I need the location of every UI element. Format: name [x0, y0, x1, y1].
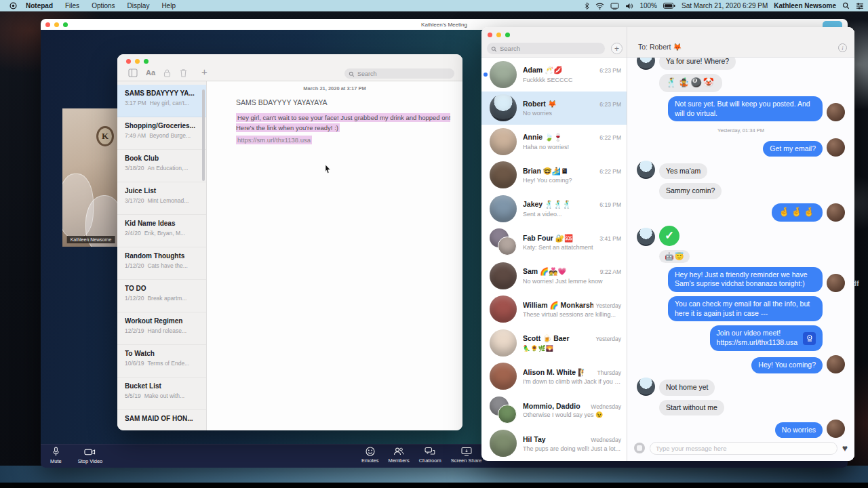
- chatroom-button[interactable]: Chatroom: [419, 447, 441, 464]
- menu-app-name[interactable]: Notepad: [20, 2, 59, 9]
- avatar: [827, 203, 845, 222]
- avatar: [490, 363, 517, 390]
- zoom-button[interactable]: [505, 33, 510, 37]
- menu-help[interactable]: Help: [155, 2, 182, 9]
- note-editor[interactable]: March 21, 2020 at 3:17 PM SAMS BDAYYYY Y…: [207, 81, 462, 430]
- close-button[interactable]: [126, 59, 131, 64]
- message-input-bar: ♥: [627, 440, 854, 461]
- note-list-item[interactable]: Random Thoughts 1/12/20Cats have the...: [117, 247, 206, 280]
- avatar: [827, 103, 845, 121]
- message-bubble: 🤞🤞🤞: [772, 203, 823, 222]
- battery-percent: 100%: [639, 2, 657, 9]
- conversation-row-selected[interactable]: Robert 🦊6:23 PMNo worries: [481, 92, 627, 125]
- search-input[interactable]: [357, 70, 450, 77]
- avatar: [827, 420, 845, 438]
- search-icon: [349, 68, 355, 80]
- lock-icon[interactable]: [163, 68, 171, 80]
- search-input[interactable]: [500, 45, 601, 52]
- menu-options[interactable]: Options: [85, 2, 121, 9]
- notes-search-field[interactable]: [344, 68, 454, 79]
- wifi-icon[interactable]: [595, 3, 604, 9]
- note-body: Hey girl, can't wait to see your face! J…: [236, 113, 460, 133]
- conversation-row[interactable]: Sam 🌈💑💗9:22 AMNo worries! Just lemme kno…: [481, 259, 627, 293]
- menu-files[interactable]: Files: [59, 2, 85, 9]
- conversation-row[interactable]: Fab Four 🔐🆘3:41 PMKaty: Sent an attatchm…: [481, 226, 627, 260]
- messages-search-field[interactable]: [487, 43, 605, 54]
- traffic-lights: [488, 33, 510, 37]
- conversation-row[interactable]: Scott 🍺 BaerYesterday🦜🌻🌿🌄: [481, 326, 627, 360]
- display-mirroring-icon[interactable]: [610, 3, 619, 9]
- checkmark-sticker: ✓: [659, 226, 679, 246]
- unread-dot: [484, 73, 488, 77]
- note-list-item[interactable]: Juice List 3/17/20Mint Lemonad...: [117, 182, 206, 215]
- conversation-pane: + Adam 🥂💋6:23 PMFuckkkk SECCCC Robert 🦊6…: [481, 27, 627, 461]
- note-list-item[interactable]: Bucket List 5/5/19Make out with...: [117, 378, 206, 410]
- people-icon: [393, 447, 404, 456]
- conversation-row[interactable]: Mommio, DaddioWednesdayOtherwise I would…: [481, 393, 627, 427]
- note-list-item[interactable]: SAMS BDAYYYY YA... 3:17 PMHey girl, can'…: [117, 85, 206, 117]
- emoji-tapback: 🤖😇: [659, 250, 690, 263]
- conversation-row[interactable]: Brian 🤓🏄🖥6:22 PMHey! You coming?: [481, 159, 627, 192]
- video-link-bubble[interactable]: Join our video meet!https://sm.url/thx11…: [710, 325, 823, 350]
- new-message-button[interactable]: +: [611, 43, 623, 54]
- compose-to-label: To: Robert 🦊: [638, 43, 682, 52]
- volume-icon[interactable]: [625, 3, 633, 9]
- message-bubble: Get my email?: [763, 141, 823, 157]
- message-bubble: No worries: [775, 422, 823, 439]
- zoom-button[interactable]: [63, 22, 68, 27]
- minimize-button[interactable]: [135, 59, 140, 64]
- conversation-row[interactable]: Adam 🥂💋6:23 PMFuckkkk SECCCC: [481, 58, 627, 92]
- minimize-button[interactable]: [496, 33, 501, 37]
- imessage-apps-icon[interactable]: [634, 443, 645, 453]
- mute-button[interactable]: Mute: [50, 447, 62, 464]
- apple-menu-icon[interactable]: [9, 2, 17, 9]
- conversation-row[interactable]: William 🌈 MonkarshYesterdayThese virtual…: [481, 293, 627, 327]
- wallpaper-bottom-band: [0, 466, 868, 483]
- members-button[interactable]: Members: [388, 447, 409, 464]
- message-bubble: Sammy comin?: [659, 183, 722, 199]
- avatar: [827, 355, 845, 373]
- trash-icon[interactable]: [180, 68, 187, 80]
- conversation-row[interactable]: Jakey 🕺🕺🕺6:19 PMSent a video...: [481, 192, 627, 226]
- spotlight-search-icon[interactable]: [842, 2, 850, 9]
- webcam-icon: [803, 332, 816, 345]
- video-camera-icon: [84, 447, 96, 457]
- heart-icon[interactable]: ♥: [842, 443, 848, 453]
- avatar: [490, 430, 517, 457]
- stop-video-button[interactable]: Stop Video: [78, 447, 103, 464]
- close-button[interactable]: [45, 22, 50, 27]
- avatar: [490, 329, 517, 357]
- note-list-item[interactable]: Workout Regimen 12/2/19Hand release...: [117, 312, 206, 345]
- close-button[interactable]: [488, 33, 492, 37]
- zoom-button[interactable]: [144, 59, 149, 64]
- conversation-row[interactable]: Hil TayWednesdayThe pups are doing well!…: [481, 427, 627, 461]
- minimize-button[interactable]: [54, 22, 59, 27]
- bluetooth-icon[interactable]: [585, 2, 589, 10]
- menu-clock[interactable]: Sat March 21, 2020 6:29 PM: [682, 2, 768, 9]
- menu-user-name[interactable]: Kathleen Newsome: [774, 2, 836, 9]
- group-avatar: [490, 228, 517, 256]
- new-note-button[interactable]: +: [201, 66, 208, 77]
- note-list-item[interactable]: Kid Name Ideas 2/4/20Erik, Bryan, M...: [117, 215, 206, 247]
- screen-icon: [461, 447, 472, 456]
- note-list-item[interactable]: TO DO 1/12/20Break apartm...: [117, 280, 206, 312]
- message-input[interactable]: [650, 442, 837, 455]
- note-title: SAMS BDAYYYY YAYAYAYA: [236, 98, 328, 106]
- conversation-row[interactable]: Annie 🍃🍷6:22 PMHaha no worries!: [481, 125, 627, 159]
- view-list-icon[interactable]: [128, 68, 138, 80]
- note-list-item[interactable]: To Watch 10/6/19Terms of Ende...: [117, 345, 206, 378]
- control-center-icon[interactable]: [856, 3, 864, 9]
- note-list-item[interactable]: Book Club 3/18/20An Education,...: [117, 150, 206, 182]
- video-window-title: Kathleen's Meeting: [421, 22, 467, 28]
- info-icon[interactable]: i: [838, 43, 847, 52]
- note-list-item[interactable]: SAM MAID OF HON...: [117, 410, 206, 430]
- chat-pane: To: Robert 🦊 i Ya for sure! Where? 🕺🤹🎱🤡 …: [627, 27, 854, 461]
- conversation-row[interactable]: Alison M. White 🧗ThursdayI'm down to cli…: [481, 360, 627, 394]
- emotes-button[interactable]: Emotes: [361, 447, 378, 464]
- screen-share-button[interactable]: Screen Share: [451, 447, 482, 464]
- microphone-icon: [52, 447, 60, 457]
- menu-display[interactable]: Display: [121, 2, 156, 9]
- format-button[interactable]: Aa: [146, 68, 155, 77]
- sidebar-scrollbar[interactable]: [202, 89, 205, 181]
- note-list-item[interactable]: Shopping/Groceries... 7:49 AMBeyond Burg…: [117, 117, 206, 150]
